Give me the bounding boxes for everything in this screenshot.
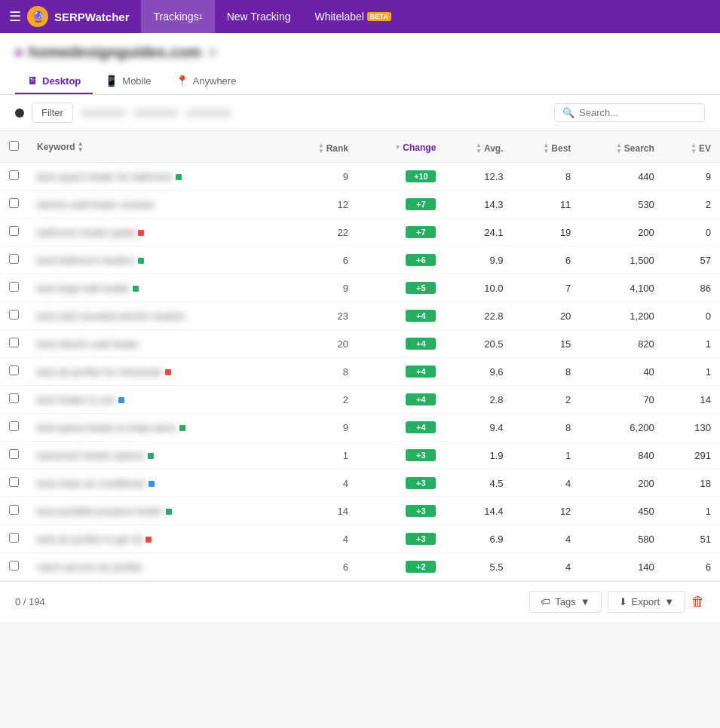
th-keyword[interactable]: Keyword ▲▼ <box>28 131 286 163</box>
change-badge: +3 <box>406 449 436 461</box>
keyword-text: best wall mounted electric heaters <box>37 310 185 322</box>
select-all-checkbox[interactable] <box>9 141 19 151</box>
keyword-cell: electric wall heater reviews <box>28 191 286 219</box>
select-all-header[interactable] <box>0 131 28 163</box>
change-cell: +4 <box>357 302 445 330</box>
ev-cell: 0 <box>663 219 720 246</box>
row-checkbox-cell[interactable] <box>0 302 28 330</box>
table-row: best heater to use 2 +4 2.8 2 70 14 <box>0 386 720 414</box>
row-checkbox[interactable] <box>9 198 19 208</box>
logo: 🔮 SERPWatcher <box>27 6 129 27</box>
row-checkbox[interactable] <box>9 393 19 403</box>
page-header: homedesignguides.com ⚙ 🖥 Desktop 📱 Mobil… <box>0 33 720 95</box>
avg-cell: 9.9 <box>445 246 512 274</box>
row-checkbox[interactable] <box>9 505 19 515</box>
row-checkbox-cell[interactable] <box>0 414 28 442</box>
keyword-cell: best wall mounted electric heaters <box>28 302 286 330</box>
table-row: best air purifier to get rid 4 +3 6.9 4 … <box>0 525 720 553</box>
row-checkbox-cell[interactable] <box>0 497 28 525</box>
ev-cell: 18 <box>663 470 720 497</box>
th-search[interactable]: ▲▼ Search <box>580 131 663 163</box>
th-rank[interactable]: ▲▼ Rank <box>286 131 357 163</box>
ev-cell: 6 <box>663 553 720 581</box>
row-checkbox-cell[interactable] <box>0 442 28 470</box>
row-checkbox[interactable] <box>9 310 19 320</box>
ev-cell: 291 <box>663 442 720 470</box>
delete-button[interactable]: 🗑 <box>691 594 705 610</box>
th-best[interactable]: ▲▼ Best <box>513 131 581 163</box>
filter-option-2[interactable] <box>133 109 179 117</box>
keyword-text: robot vacuum air purifier <box>37 561 142 573</box>
keyword-cell: best large wall heater <box>28 274 286 302</box>
change-badge: +5 <box>406 282 436 294</box>
row-checkbox[interactable] <box>9 366 19 375</box>
search-cell: 200 <box>580 470 663 497</box>
best-cell: 12 <box>513 497 581 525</box>
table-row: best space heater for bathroom 9 +10 12.… <box>0 163 720 191</box>
search-cell: 4,100 <box>580 274 663 302</box>
filter-button[interactable]: Filter <box>32 102 73 123</box>
best-cell: 20 <box>513 302 581 330</box>
keyword-status-dot <box>166 509 172 515</box>
row-checkbox[interactable] <box>9 170 19 180</box>
row-checkbox[interactable] <box>9 421 19 431</box>
search-cell: 1,500 <box>580 246 663 274</box>
rank-cell: 23 <box>286 302 357 330</box>
device-tabs: 🖥 Desktop 📱 Mobile 📍 Anywhere <box>15 69 705 94</box>
row-checkbox-cell[interactable] <box>0 553 28 581</box>
row-checkbox-cell[interactable] <box>0 358 28 386</box>
row-checkbox-cell[interactable] <box>0 191 28 219</box>
row-checkbox-cell[interactable] <box>0 246 28 274</box>
tab-desktop[interactable]: 🖥 Desktop <box>15 69 93 94</box>
th-ev[interactable]: ▲▼ EV <box>663 131 720 163</box>
best-cell: 19 <box>513 219 581 246</box>
nav-trackings[interactable]: Trackings1 <box>141 0 214 33</box>
row-checkbox[interactable] <box>9 338 19 347</box>
keyword-text: basement heater options <box>37 450 145 461</box>
nav-new-tracking[interactable]: New Tracking <box>215 0 303 33</box>
tab-anywhere[interactable]: 📍 Anywhere <box>164 69 249 94</box>
change-badge: +10 <box>406 170 436 182</box>
table-row: electric wall heater reviews 12 +7 14.3 … <box>0 191 720 219</box>
filter-option-3[interactable] <box>186 109 231 117</box>
row-checkbox-cell[interactable] <box>0 274 28 302</box>
row-checkbox[interactable] <box>9 254 19 264</box>
th-change[interactable]: ▼ Change <box>357 131 445 163</box>
hamburger-icon[interactable]: ☰ <box>9 8 21 25</box>
row-checkbox-cell[interactable] <box>0 219 28 246</box>
row-checkbox[interactable] <box>9 449 19 459</box>
row-checkbox[interactable] <box>9 226 19 236</box>
keyword-status-dot <box>118 397 124 403</box>
avg-cell: 9.6 <box>445 358 512 386</box>
row-checkbox[interactable] <box>9 477 19 487</box>
ev-cell: 14 <box>663 386 720 414</box>
page-footer: 0 / 194 🏷 Tags ▼ ⬇ Export ▼ 🗑 <box>0 581 720 622</box>
rank-cell: 6 <box>286 246 357 274</box>
keywords-table: Keyword ▲▼ ▲▼ Rank ▼ Change <box>0 131 720 581</box>
search-input[interactable] <box>579 107 700 118</box>
row-checkbox[interactable] <box>9 282 19 292</box>
nav-whitelabel[interactable]: Whitelabel BETA <box>302 0 403 33</box>
keyword-status-dot <box>148 453 154 459</box>
export-button[interactable]: ⬇ Export ▼ <box>608 591 685 613</box>
change-cell: +4 <box>357 330 445 358</box>
row-checkbox-cell[interactable] <box>0 330 28 358</box>
row-checkbox-cell[interactable] <box>0 163 28 191</box>
search-cell: 440 <box>580 163 663 191</box>
tags-button[interactable]: 🏷 Tags ▼ <box>529 591 601 613</box>
tab-mobile[interactable]: 📱 Mobile <box>93 69 163 94</box>
site-settings-icon[interactable]: ⚙ <box>207 47 217 59</box>
keyword-text: best bathroom heaters <box>37 255 135 266</box>
ev-cell: 1 <box>663 358 720 386</box>
th-avg[interactable]: ▲▼ Avg. <box>445 131 512 163</box>
row-checkbox[interactable] <box>9 561 19 570</box>
whitelabel-badge: BETA <box>367 12 391 21</box>
row-checkbox-cell[interactable] <box>0 470 28 497</box>
site-dot <box>15 49 23 57</box>
row-checkbox-cell[interactable] <box>0 525 28 553</box>
avg-cell: 9.4 <box>445 414 512 442</box>
filter-option-1[interactable] <box>81 109 126 117</box>
row-checkbox[interactable] <box>9 533 19 543</box>
row-checkbox-cell[interactable] <box>0 386 28 414</box>
keyword-text: best heater to use <box>37 394 115 405</box>
